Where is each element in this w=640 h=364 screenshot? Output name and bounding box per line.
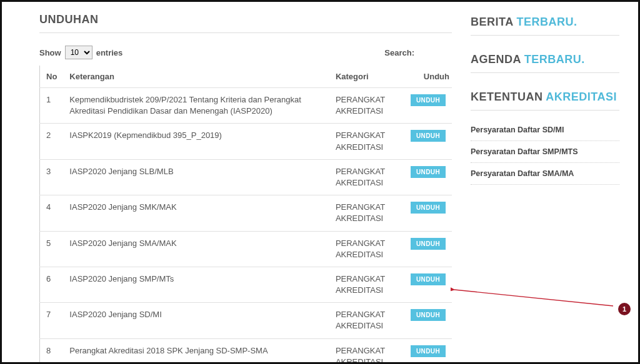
table-row: 8Perangkat Akreditasi 2018 SPK Jenjang S… xyxy=(40,338,452,364)
table-row: 2IASPK2019 (Kepmendikbud 395_P_2019)PERA… xyxy=(40,124,452,159)
search-label: Search: xyxy=(384,48,414,57)
agenda-heading: AGENDA TERBARU. xyxy=(471,53,619,73)
download-button[interactable]: UNDUH xyxy=(411,309,446,321)
entries-select[interactable]: 10 xyxy=(65,46,92,59)
cell-keterangan: IASP2020 Jenjang SMP/MTs xyxy=(63,267,329,302)
cell-kategori: PERANGKAT AKREDITASI xyxy=(329,267,404,302)
cell-kategori: PERANGKAT AKREDITASI xyxy=(329,124,404,159)
downloads-table: No Keterangan Kategori Unduh 1Kepmendikb… xyxy=(39,66,452,364)
cell-keterangan: Perangkat Akreditasi 2018 SPK Jenjang SD… xyxy=(63,338,329,364)
col-kategori[interactable]: Kategori xyxy=(329,66,404,88)
download-button[interactable]: UNDUH xyxy=(411,166,446,178)
cell-no: 4 xyxy=(40,195,64,231)
cell-kategori: PERANGKAT AKREDITASI xyxy=(329,303,404,338)
col-unduh[interactable]: Unduh xyxy=(404,66,452,88)
cell-keterangan: IASP2020 Jenjang SLB/MLB xyxy=(63,159,329,195)
col-no[interactable]: No xyxy=(40,66,64,88)
cell-no: 6 xyxy=(40,267,64,302)
col-keterangan[interactable]: Keterangan xyxy=(63,66,329,88)
cell-no: 2 xyxy=(40,124,64,159)
download-button[interactable]: UNDUH xyxy=(411,130,446,142)
cell-kategori: PERANGKAT AKREDITASI xyxy=(329,231,404,267)
table-row: 6IASP2020 Jenjang SMP/MTsPERANGKAT AKRED… xyxy=(40,267,452,302)
cell-keterangan: IASP2020 Jenjang SD/MI xyxy=(63,303,329,338)
cell-keterangan: Kepmendikbudristek 209/P/2021 Tentang Kr… xyxy=(63,88,329,124)
download-button[interactable]: UNDUH xyxy=(411,273,446,285)
cell-kategori: PERANGKAT AKREDITASI xyxy=(329,88,404,124)
sidebar-link[interactable]: Persyaratan Daftar SD/MI xyxy=(471,119,619,141)
cell-kategori: PERANGKAT AKREDITASI xyxy=(329,338,404,364)
cell-keterangan: IASPK2019 (Kepmendikbud 395_P_2019) xyxy=(63,124,329,159)
berita-heading: BERITA TERBARU. xyxy=(471,16,619,36)
cell-kategori: PERANGKAT AKREDITASI xyxy=(329,159,404,195)
annotation-badge: 1 xyxy=(618,303,631,315)
show-label-post: entries xyxy=(96,48,123,57)
cell-kategori: PERANGKAT AKREDITASI xyxy=(329,195,404,231)
cell-keterangan: IASP2020 Jenjang SMA/MAK xyxy=(63,231,329,267)
entries-length-control: Show 10 entries xyxy=(39,46,122,59)
cell-keterangan: IASP2020 Jenjang SMK/MAK xyxy=(63,195,329,231)
page-title: UNDUHAN xyxy=(39,13,452,33)
table-row: 7IASP2020 Jenjang SD/MIPERANGKAT AKREDIT… xyxy=(40,303,452,338)
cell-no: 8 xyxy=(40,338,64,364)
sidebar-link[interactable]: Persyaratan Daftar SMP/MTS xyxy=(471,141,619,163)
table-row: 3IASP2020 Jenjang SLB/MLBPERANGKAT AKRED… xyxy=(40,159,452,195)
download-button[interactable]: UNDUH xyxy=(411,238,446,250)
show-label-pre: Show xyxy=(39,48,61,57)
cell-no: 5 xyxy=(40,231,64,267)
sidebar-link[interactable]: Persyaratan Daftar SMA/MA xyxy=(471,163,619,185)
ketentuan-heading: KETENTUAN AKREDITASI xyxy=(471,91,619,111)
table-row: 4IASP2020 Jenjang SMK/MAKPERANGKAT AKRED… xyxy=(40,195,452,231)
cell-no: 1 xyxy=(40,88,64,124)
cell-no: 3 xyxy=(40,159,64,195)
table-row: 5IASP2020 Jenjang SMA/MAKPERANGKAT AKRED… xyxy=(40,231,452,267)
download-button[interactable]: UNDUH xyxy=(411,345,446,357)
download-button[interactable]: UNDUH xyxy=(411,94,446,106)
table-row: 1Kepmendikbudristek 209/P/2021 Tentang K… xyxy=(40,88,452,124)
cell-no: 7 xyxy=(40,303,64,338)
download-button[interactable]: UNDUH xyxy=(411,202,446,214)
